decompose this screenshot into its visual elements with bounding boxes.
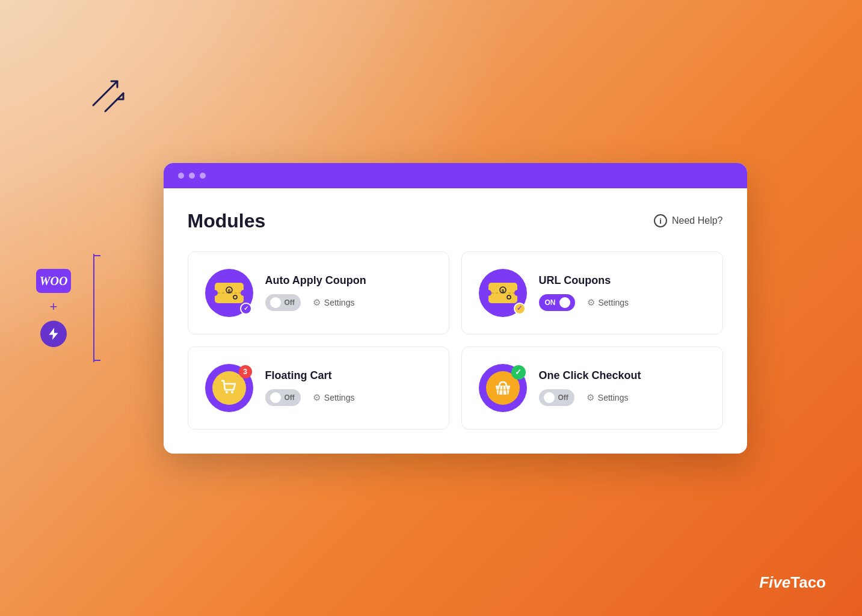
fivetaco-label: FiveTaco xyxy=(759,573,826,591)
toggle-floating-cart[interactable]: Off xyxy=(265,389,301,406)
settings-btn-floating-cart[interactable]: ⚙ Settings xyxy=(308,390,360,405)
main-window: Modules i Need Help? xyxy=(164,163,747,454)
coupon-check-badge: ✓ xyxy=(240,303,252,315)
titlebar-dot-2 xyxy=(189,173,195,179)
woo-badge: WOO xyxy=(36,269,71,293)
svg-text:$: $ xyxy=(227,288,230,294)
need-help-button[interactable]: i Need Help? xyxy=(654,214,723,227)
module-card-url-coupons: $ ✓ URL Coupons ON ⚙ xyxy=(461,251,723,334)
gear-icon-url: ⚙ xyxy=(587,297,595,308)
help-label: Need Help? xyxy=(672,215,723,226)
toggle-url-coupons[interactable]: ON xyxy=(539,294,575,311)
svg-point-17 xyxy=(231,391,233,393)
toggle-auto-apply-coupon[interactable]: Off xyxy=(265,294,301,311)
toggle-circle-cart xyxy=(270,392,281,403)
module-icon-floating-cart: 3 xyxy=(205,364,253,412)
sidebar-icons-group: WOO + xyxy=(36,269,71,347)
decorative-arrow xyxy=(84,72,132,120)
module-info-auto-apply-coupon: Auto Apply Coupon Off ⚙ Settings xyxy=(265,274,432,311)
basket-icon-svg xyxy=(493,378,513,398)
window-content: Modules i Need Help? xyxy=(164,188,747,454)
module-controls-url-coupons: ON ⚙ Settings xyxy=(539,294,706,311)
page-title: Modules xyxy=(188,210,266,232)
url-coupon-icon: $ xyxy=(487,282,519,304)
window-titlebar xyxy=(164,163,747,188)
gear-icon-checkout: ⚙ xyxy=(586,392,594,403)
module-icon-one-click-checkout: ✓ xyxy=(479,364,527,412)
svg-point-16 xyxy=(226,391,228,393)
modules-grid: $ ✓ Auto Apply Coupon Off xyxy=(188,251,723,430)
gear-icon-cart: ⚙ xyxy=(313,392,321,403)
toggle-circle-checkout xyxy=(544,392,555,403)
toggle-label-cart-off: Off xyxy=(285,393,295,402)
svg-line-1 xyxy=(105,93,123,111)
toggle-label-on: ON xyxy=(545,298,556,307)
coupon-icon: $ xyxy=(214,282,245,304)
url-coupon-check-badge: ✓ xyxy=(514,303,526,315)
module-card-auto-apply-coupon: $ ✓ Auto Apply Coupon Off xyxy=(188,251,449,334)
toggle-one-click-checkout[interactable]: Off xyxy=(539,389,574,406)
settings-btn-one-click-checkout[interactable]: ⚙ Settings xyxy=(582,390,633,405)
module-name-auto-apply-coupon: Auto Apply Coupon xyxy=(265,274,432,287)
toggle-circle xyxy=(270,297,281,308)
info-icon: i xyxy=(654,214,667,227)
toggle-label-off: Off xyxy=(285,298,295,307)
module-icon-url-coupons: $ ✓ xyxy=(479,269,527,317)
settings-btn-url-coupons[interactable]: ⚙ Settings xyxy=(582,295,634,310)
fivetaco-branding: FiveTaco xyxy=(759,573,826,592)
svg-text:$: $ xyxy=(501,288,504,294)
fivetaco-icon-badge xyxy=(40,321,67,347)
cart-badge: 3 xyxy=(239,365,252,378)
module-name-url-coupons: URL Coupons xyxy=(539,274,706,287)
bracket-decoration xyxy=(93,248,94,368)
checkout-check-badge: ✓ xyxy=(511,365,526,380)
titlebar-dot-3 xyxy=(200,173,206,179)
module-card-floating-cart: 3 Floating Cart Off ⚙ Settings xyxy=(188,346,449,430)
toggle-circle-on xyxy=(559,297,570,308)
module-card-one-click-checkout: ✓ One Click Checkout Off ⚙ Settings xyxy=(461,346,723,430)
plus-separator: + xyxy=(50,299,58,315)
module-info-url-coupons: URL Coupons ON ⚙ Settings xyxy=(539,274,706,311)
module-controls-one-click-checkout: Off ⚙ Settings xyxy=(539,389,706,406)
module-info-one-click-checkout: One Click Checkout Off ⚙ Settings xyxy=(539,369,706,406)
module-name-one-click-checkout: One Click Checkout xyxy=(539,369,706,382)
cart-icon-svg xyxy=(220,379,238,397)
woo-label: WOO xyxy=(40,274,68,288)
module-controls-floating-cart: Off ⚙ Settings xyxy=(265,389,432,406)
gear-icon: ⚙ xyxy=(313,297,321,308)
page-header: Modules i Need Help? xyxy=(188,210,723,232)
module-info-floating-cart: Floating Cart Off ⚙ Settings xyxy=(265,369,432,406)
module-controls-auto-apply-coupon: Off ⚙ Settings xyxy=(265,294,432,311)
module-icon-auto-apply-coupon: $ ✓ xyxy=(205,269,253,317)
module-name-floating-cart: Floating Cart xyxy=(265,369,432,382)
titlebar-dot-1 xyxy=(178,173,184,179)
settings-btn-auto-apply-coupon[interactable]: ⚙ Settings xyxy=(308,295,360,310)
toggle-label-checkout-off: Off xyxy=(558,393,568,402)
